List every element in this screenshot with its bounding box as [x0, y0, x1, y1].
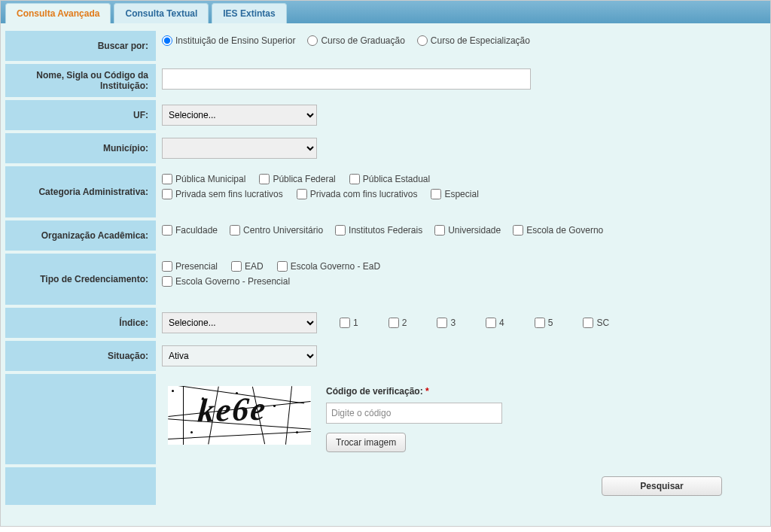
chk-escola-gov-ead-text: Escola Governo - EaD [291, 261, 380, 272]
captcha-input[interactable] [326, 403, 502, 424]
municipio-select[interactable] [162, 138, 317, 159]
value-organizacao: Faculdade Centro Universitário Instituto… [156, 220, 766, 240]
chk-ead[interactable] [231, 261, 242, 272]
value-credenciamento: Presencial EAD Escola Governo - EaD Esco… [156, 254, 766, 291]
form-area: Buscar por: Instituição de Ensino Superi… [1, 23, 770, 526]
row-categoria: Categoria Administrativa: Pública Munici… [5, 166, 766, 217]
chk-privada-sem[interactable] [162, 189, 172, 199]
chk-escola-gov-ead[interactable] [277, 261, 288, 272]
chk-indice-1-label[interactable]: 1 [340, 318, 358, 328]
label-captcha-empty [5, 374, 156, 464]
row-municipio: Município: [5, 133, 766, 163]
chk-indice-2[interactable] [389, 318, 399, 328]
chk-especial[interactable] [431, 189, 441, 199]
chk-especial-label[interactable]: Especial [431, 189, 478, 199]
chk-publica-estadual-text: Pública Estadual [363, 174, 430, 184]
chk-indice-5-label[interactable]: 5 [535, 318, 553, 328]
value-buscar-por: Instituição de Ensino Superior Curso de … [156, 31, 766, 50]
chk-escola-gov-pres[interactable] [162, 276, 172, 287]
label-categoria: Categoria Administrativa: [5, 166, 156, 217]
chk-privada-com[interactable] [297, 189, 307, 199]
radio-graduacao[interactable] [307, 35, 318, 46]
chk-escola-governo-label[interactable]: Escola de Governo [513, 225, 603, 236]
tab-consulta-avancada[interactable]: Consulta Avançada [5, 3, 111, 23]
tab-ies-extintas[interactable]: IES Extintas [212, 3, 286, 23]
chk-institutos-label[interactable]: Institutos Federais [335, 225, 422, 236]
nome-input[interactable] [162, 68, 531, 90]
chk-indice-5[interactable] [535, 318, 545, 328]
pesquisar-button[interactable]: Pesquisar [602, 476, 722, 496]
chk-presencial-label[interactable]: Presencial [162, 261, 218, 272]
chk-indice-2-text: 2 [402, 318, 407, 328]
chk-privada-sem-text: Privada sem fins lucrativos [175, 189, 283, 199]
situacao-select[interactable]: Ativa [162, 345, 317, 366]
value-indice: Selecione... 1 2 3 4 5 SC [156, 308, 766, 338]
chk-presencial[interactable] [162, 261, 172, 272]
chk-escola-governo[interactable] [513, 225, 523, 236]
radio-especializacao-label[interactable]: Curso de Especialização [417, 35, 530, 46]
label-organizacao: Organização Acadêmica: [5, 220, 156, 251]
chk-publica-municipal-label[interactable]: Pública Municipal [162, 174, 245, 184]
value-captcha: ke6e Código de verificação: * Trocar ima… [156, 374, 766, 464]
row-credenciamento: Tipo de Credenciamento: Presencial EAD E… [5, 254, 766, 305]
chk-privada-sem-label[interactable]: Privada sem fins lucrativos [162, 189, 283, 199]
chk-universidade-label[interactable]: Universidade [434, 225, 501, 236]
radio-ies[interactable] [162, 35, 172, 46]
chk-universidade[interactable] [434, 225, 445, 236]
label-municipio: Município: [5, 133, 156, 163]
chk-ead-label[interactable]: EAD [231, 261, 264, 272]
value-categoria: Pública Municipal Pública Federal Públic… [156, 166, 766, 204]
chk-indice-sc-text: SC [596, 318, 609, 328]
value-situacao: Ativa [156, 341, 766, 371]
radio-graduacao-text: Curso de Graduação [321, 35, 404, 46]
chk-publica-federal-label[interactable]: Pública Federal [259, 174, 335, 184]
chk-indice-3[interactable] [437, 318, 447, 328]
captcha-area: ke6e Código de verificação: * Trocar ima… [162, 378, 760, 460]
page-container: Consulta Avançada Consulta Textual IES E… [0, 0, 771, 527]
chk-publica-federal[interactable] [259, 174, 270, 184]
chk-escola-gov-pres-label[interactable]: Escola Governo - Presencial [162, 276, 290, 287]
chk-privada-com-text: Privada com fins lucrativos [310, 189, 418, 199]
chk-publica-estadual-label[interactable]: Pública Estadual [349, 174, 430, 184]
chk-indice-3-label[interactable]: 3 [437, 318, 456, 328]
chk-publica-municipal-text: Pública Municipal [175, 174, 245, 184]
chk-centro-text: Centro Universitário [243, 225, 323, 236]
captcha-label: Código de verificação: * [326, 386, 429, 397]
captcha-right: Código de verificação: * Trocar imagem [326, 386, 754, 452]
chk-presencial-text: Presencial [175, 261, 218, 272]
row-indice: Índice: Selecione... 1 2 3 4 5 SC [5, 308, 766, 338]
chk-privada-com-label[interactable]: Privada com fins lucrativos [297, 189, 418, 199]
radio-ies-label[interactable]: Instituição de Ensino Superior [162, 35, 295, 46]
label-situacao: Situação: [5, 341, 156, 371]
chk-publica-municipal[interactable] [162, 174, 172, 184]
chk-publica-federal-text: Pública Federal [273, 174, 335, 184]
chk-indice-sc-label[interactable]: SC [583, 318, 609, 328]
radio-graduacao-label[interactable]: Curso de Graduação [307, 35, 404, 46]
radio-especializacao-text: Curso de Especialização [431, 35, 530, 46]
label-credenciamento: Tipo de Credenciamento: [5, 254, 156, 305]
row-situacao: Situação: Ativa [5, 341, 766, 371]
row-captcha: ke6e Código de verificação: * Trocar ima… [5, 374, 766, 464]
value-nome [156, 64, 766, 94]
tab-consulta-textual[interactable]: Consulta Textual [114, 3, 209, 23]
chk-publica-estadual[interactable] [349, 174, 360, 184]
chk-indice-1[interactable] [340, 318, 350, 328]
chk-indice-2-label[interactable]: 2 [389, 318, 407, 328]
chk-faculdade[interactable] [162, 225, 172, 236]
chk-indice-sc[interactable] [583, 318, 593, 328]
chk-indice-4-label[interactable]: 4 [486, 318, 504, 328]
row-uf: UF: Selecione... [5, 100, 766, 130]
chk-centro-label[interactable]: Centro Universitário [230, 225, 323, 236]
chk-universidade-text: Universidade [448, 225, 501, 236]
indice-select[interactable]: Selecione... [162, 312, 317, 333]
row-search: Pesquisar [5, 467, 766, 508]
chk-institutos[interactable] [335, 225, 346, 236]
chk-centro[interactable] [230, 225, 240, 236]
chk-indice-4[interactable] [486, 318, 496, 328]
radio-especializacao[interactable] [417, 35, 428, 46]
chk-escola-gov-ead-label[interactable]: Escola Governo - EaD [277, 261, 380, 272]
chk-faculdade-label[interactable]: Faculdade [162, 225, 218, 236]
captcha-required-mark: * [425, 386, 429, 397]
uf-select[interactable]: Selecione... [162, 105, 317, 126]
trocar-imagem-button[interactable]: Trocar imagem [326, 433, 406, 452]
